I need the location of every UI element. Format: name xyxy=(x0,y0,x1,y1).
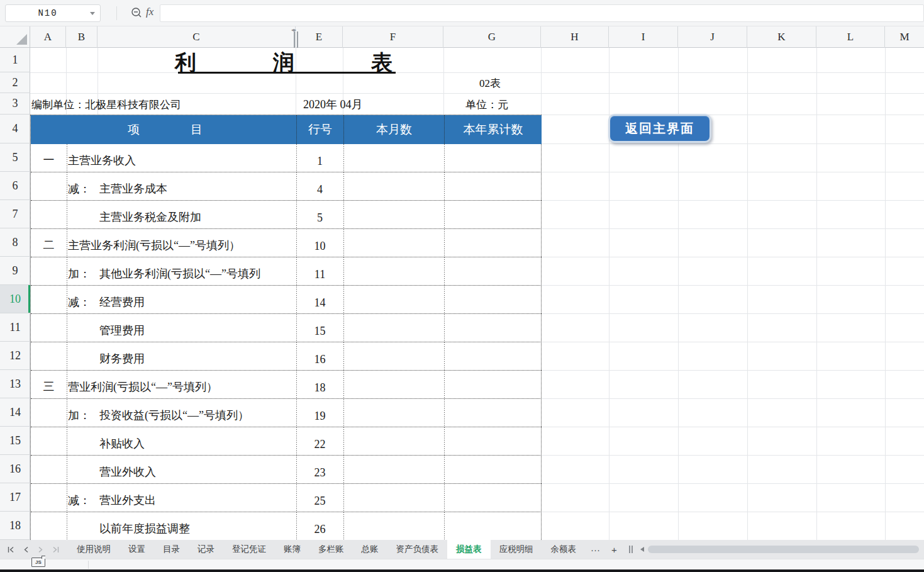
table-row[interactable]: 减：经营费用14 xyxy=(31,286,542,314)
row-header-18[interactable]: 18 xyxy=(0,512,30,540)
row-item-cell[interactable]: 主营业务税金及附加 xyxy=(31,201,296,228)
column-header-A[interactable]: A xyxy=(30,26,66,48)
column-header-I[interactable]: I xyxy=(609,26,678,48)
add-sheet-button[interactable]: + xyxy=(606,544,623,555)
row-item-name: 营业外支出 xyxy=(99,493,156,508)
select-all-corner[interactable] xyxy=(0,26,30,48)
row-header-14[interactable]: 14 xyxy=(0,398,30,427)
table-row[interactable]: 加：其他业务利润(亏损以“—”号填列11 xyxy=(31,257,542,286)
table-row[interactable]: 主营业务税金及附加5 xyxy=(31,201,542,229)
sheet-grid[interactable]: 利润表 02表 编制单位：北极星科技有限公司 2020年 04月 单位：元 项目… xyxy=(30,48,924,540)
sheet-tab-应税明细[interactable]: 应税明细 xyxy=(491,540,542,559)
horizontal-scrollbar-track[interactable] xyxy=(648,546,921,553)
sheet-tab-总账[interactable]: 总账 xyxy=(353,540,387,559)
table-row[interactable]: 管理费用15 xyxy=(31,314,542,342)
sheet-tab-设置[interactable]: 设置 xyxy=(120,540,154,559)
row-header-5[interactable]: 5 xyxy=(0,143,30,172)
row-prefix-label: 加： xyxy=(68,408,91,423)
table-row[interactable]: 补贴收入22 xyxy=(31,427,542,456)
row-header-11[interactable]: 11 xyxy=(0,313,30,342)
scroll-left-arrow[interactable] xyxy=(640,547,644,552)
row-item-cell[interactable]: 营业外收入 xyxy=(31,456,296,483)
row-header-3[interactable]: 3 xyxy=(0,93,30,115)
row-item-name: 营业利润(亏损以“—”号填列） xyxy=(68,379,218,395)
row-item-cell[interactable]: 营业利润(亏损以“—”号填列） xyxy=(31,371,296,398)
name-box[interactable]: N10 xyxy=(5,4,101,22)
column-header-C[interactable]: C xyxy=(97,26,296,48)
name-box-value: N10 xyxy=(6,8,90,18)
first-sheet-button[interactable] xyxy=(8,546,14,553)
row-header-2[interactable]: 2 xyxy=(0,72,30,93)
sheet-tab-目录[interactable]: 目录 xyxy=(154,540,189,559)
table-row[interactable]: 以前年度损益调整26 xyxy=(31,512,542,540)
table-row[interactable]: 财务费用16 xyxy=(31,342,542,371)
insert-function-button[interactable]: fx xyxy=(146,6,153,18)
table-row[interactable]: 减：营业外支出25 xyxy=(31,484,542,512)
header-item-label: 项目 xyxy=(128,121,253,138)
row-header-8[interactable]: 8 xyxy=(0,228,30,257)
formula-input[interactable] xyxy=(160,4,924,22)
row-item-cell[interactable]: 补贴收入 xyxy=(31,427,296,455)
row-item-cell[interactable]: 以前年度损益调整 xyxy=(31,512,296,540)
tabbar-splitter-handle[interactable] xyxy=(629,546,633,553)
magnifier-minus-icon[interactable] xyxy=(131,7,142,18)
row-item-cell[interactable]: 主营业务利润(亏损以“—”号填列） xyxy=(31,229,296,257)
sheet-tab-记录[interactable]: 记录 xyxy=(189,540,223,559)
sheet-tab-损益表[interactable]: 损益表 xyxy=(447,540,491,559)
column-header-B[interactable]: B xyxy=(66,26,97,48)
column-header-H[interactable]: H xyxy=(541,26,609,48)
row-header-10[interactable]: 10 xyxy=(0,285,30,313)
return-main-button[interactable]: 返回主界面 xyxy=(608,114,711,143)
row-header-1[interactable]: 1 xyxy=(0,48,30,72)
table-row[interactable]: 营业外收入23 xyxy=(31,456,542,484)
horizontal-scrollbar-thumb[interactable] xyxy=(648,546,919,553)
row-item-cell[interactable]: 财务费用 xyxy=(31,342,296,370)
row-header-15[interactable]: 15 xyxy=(0,427,30,455)
column-header-M[interactable]: M xyxy=(885,26,924,48)
row-header-9[interactable]: 9 xyxy=(0,257,30,285)
sheet-tab-资产负债表[interactable]: 资产负债表 xyxy=(387,540,448,559)
table-row[interactable]: 二主营业务利润(亏损以“—”号填列）10 xyxy=(31,229,542,257)
sheet-tab-账簿[interactable]: 账簿 xyxy=(275,540,309,559)
row-item-cell[interactable]: 减：营业外支出 xyxy=(31,484,296,512)
sheet-tab-登记凭证[interactable]: 登记凭证 xyxy=(223,540,275,559)
name-box-dropdown-icon[interactable] xyxy=(90,12,95,15)
row-header-16[interactable]: 16 xyxy=(0,455,30,483)
row-item-cell[interactable]: 减：主营业务成本 xyxy=(31,172,296,200)
next-sheet-button[interactable] xyxy=(38,546,43,553)
column-header-G[interactable]: G xyxy=(443,26,541,48)
column-header-K[interactable]: K xyxy=(747,26,816,48)
last-sheet-button[interactable] xyxy=(52,546,59,553)
column-header-E[interactable]: E xyxy=(296,26,343,48)
row-item-name: 其他业务利润(亏损以“—”号填列 xyxy=(99,266,260,281)
row-item-cell[interactable]: 主营业务收入 xyxy=(31,144,296,172)
sheet-tab-多栏账[interactable]: 多栏账 xyxy=(309,540,353,559)
column-header-J[interactable]: J xyxy=(678,26,747,48)
table-row[interactable]: 三营业利润(亏损以“—”号填列）18 xyxy=(31,371,542,399)
more-sheets-button[interactable]: ··· xyxy=(585,544,606,555)
sheet-tab-余额表[interactable]: 余额表 xyxy=(542,540,586,559)
js-macro-icon[interactable]: JS xyxy=(31,558,45,567)
row-item-cell[interactable]: 加：投资收益(亏损以“—”号填列） xyxy=(31,399,296,427)
row-header-7[interactable]: 7 xyxy=(0,200,30,228)
row-header-17[interactable]: 17 xyxy=(0,483,30,512)
column-header-L[interactable]: L xyxy=(816,26,885,48)
row-item-cell[interactable]: 减：经营费用 xyxy=(31,286,296,313)
sheet-tab-使用说明[interactable]: 使用说明 xyxy=(68,540,120,559)
table-row[interactable]: 加：投资收益(亏损以“—”号填列）19 xyxy=(31,399,542,427)
row-item-cell[interactable]: 加：其他业务利润(亏损以“—”号填列 xyxy=(31,257,296,285)
gridline xyxy=(816,48,817,540)
table-row[interactable]: 减：主营业务成本4 xyxy=(31,172,542,201)
table-divider-line xyxy=(296,144,297,540)
table-row[interactable]: 一主营业务收入1 xyxy=(31,144,542,172)
row-header-13[interactable]: 13 xyxy=(0,370,30,398)
hidden-column-marker[interactable]: ◂▸ xyxy=(294,31,298,48)
row-header-4[interactable]: 4 xyxy=(0,115,30,143)
row-header-6[interactable]: 6 xyxy=(0,172,30,200)
column-header-F[interactable]: F xyxy=(343,26,443,48)
sheet-nav-buttons xyxy=(0,546,68,553)
row-item-cell[interactable]: 管理费用 xyxy=(31,314,296,342)
row-item-name: 补贴收入 xyxy=(99,436,145,451)
prev-sheet-button[interactable] xyxy=(23,546,29,553)
row-header-12[interactable]: 12 xyxy=(0,342,30,370)
